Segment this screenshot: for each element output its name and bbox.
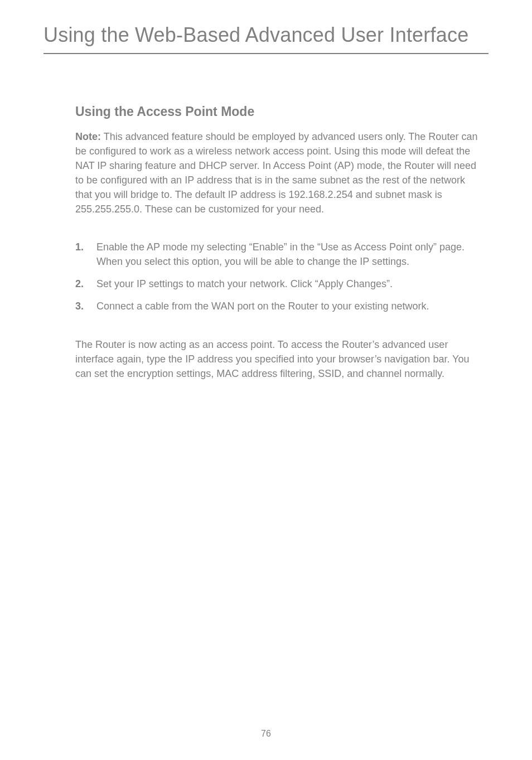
step-text: Connect a cable from the WAN port on the… bbox=[96, 299, 483, 313]
content-area: Using the Access Point Mode Note: This a… bbox=[43, 104, 489, 381]
list-item: 1. Enable the AP mode my selecting “Enab… bbox=[75, 240, 483, 269]
closing-paragraph: The Router is now acting as an access po… bbox=[75, 337, 483, 381]
note-paragraph: Note: This advanced feature should be em… bbox=[75, 129, 483, 217]
list-item: 3. Connect a cable from the WAN port on … bbox=[75, 299, 483, 313]
step-number: 2. bbox=[75, 277, 96, 291]
step-text: Enable the AP mode my selecting “Enable”… bbox=[96, 240, 483, 269]
steps-list: 1. Enable the AP mode my selecting “Enab… bbox=[75, 240, 483, 313]
chapter-rule bbox=[43, 53, 489, 54]
chapter-title: Using the Web-Based Advanced User Interf… bbox=[43, 24, 489, 46]
step-number: 1. bbox=[75, 240, 96, 269]
note-body: This advanced feature should be employed… bbox=[75, 131, 477, 215]
step-number: 3. bbox=[75, 299, 96, 313]
document-page: Using the Web-Based Advanced User Interf… bbox=[0, 0, 532, 760]
list-item: 2. Set your IP settings to match your ne… bbox=[75, 277, 483, 291]
note-label: Note: bbox=[75, 131, 101, 142]
step-text: Set your IP settings to match your netwo… bbox=[96, 277, 483, 291]
page-number: 76 bbox=[0, 729, 532, 739]
section-title: Using the Access Point Mode bbox=[75, 104, 483, 119]
